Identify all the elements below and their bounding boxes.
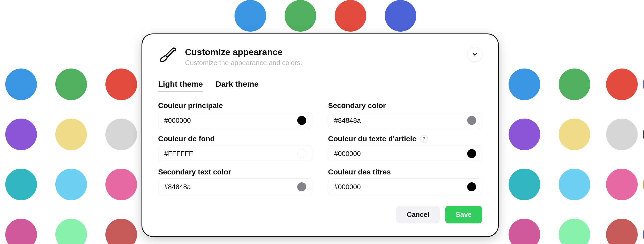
card-subtitle: Customize the appearance and colors.	[185, 59, 459, 67]
tab-dark-theme[interactable]: Dark theme	[216, 80, 258, 92]
background-dot	[559, 69, 590, 100]
color-input-background[interactable]: #FFFFFF	[158, 145, 312, 162]
background-dot	[55, 169, 87, 200]
background-dot	[5, 219, 37, 244]
background-dot	[5, 169, 37, 200]
background-dot	[55, 69, 87, 100]
color-swatch	[297, 182, 306, 191]
field-label: Couleur du texte d'article ?	[328, 135, 482, 143]
color-fields-grid: Couleur principale #000000 Secondary col…	[158, 101, 482, 195]
color-input-primary[interactable]: #000000	[158, 112, 312, 129]
color-swatch	[297, 149, 306, 158]
background-dot	[606, 69, 638, 100]
color-swatch	[467, 182, 476, 191]
background-dot	[105, 219, 137, 244]
background-dot	[235, 0, 266, 32]
color-input-secondary-text[interactable]: #84848a	[158, 178, 312, 195]
field-secondary-text-color: Secondary text color #84848a	[158, 168, 312, 195]
field-label: Secondary text color	[158, 168, 312, 176]
background-dot	[606, 169, 638, 200]
background-dot	[105, 69, 137, 100]
background-dot	[105, 169, 137, 200]
appearance-card: Customize appearance Customize the appea…	[142, 34, 498, 236]
color-swatch	[297, 116, 306, 125]
background-dot	[509, 69, 540, 100]
tab-light-theme[interactable]: Light theme	[158, 80, 203, 92]
color-input-article-text[interactable]: #000000	[328, 145, 482, 162]
background-dot	[509, 119, 540, 150]
color-input-titles[interactable]: #000000	[328, 178, 482, 195]
background-dot	[509, 169, 540, 200]
background-dot	[5, 119, 37, 150]
field-label: Couleur principale	[158, 101, 312, 110]
background-dot	[559, 219, 590, 244]
color-value: #FFFFFF	[164, 150, 193, 158]
field-secondary-color: Secondary color #84848a	[328, 101, 482, 129]
card-header: Customize appearance Customize the appea…	[158, 47, 482, 67]
field-label: Couleur des titres	[328, 168, 482, 176]
color-value: #84848a	[164, 183, 191, 191]
card-title: Customize appearance	[185, 47, 459, 57]
card-actions: Cancel Save	[158, 206, 482, 223]
background-dot	[105, 119, 137, 150]
chevron-down-icon	[471, 51, 478, 58]
color-value: #000000	[334, 150, 361, 158]
background-dot	[55, 119, 87, 150]
background-dot	[643, 169, 644, 200]
header-text: Customize appearance Customize the appea…	[185, 47, 459, 67]
theme-tabs: Light theme Dark theme	[158, 80, 482, 92]
color-input-secondary[interactable]: #84848a	[328, 112, 482, 129]
field-background-color: Couleur de fond #FFFFFF	[158, 135, 312, 162]
background-dot	[643, 119, 644, 150]
save-button[interactable]: Save	[445, 206, 482, 223]
field-label: Couleur de fond	[158, 135, 312, 143]
help-icon[interactable]: ?	[420, 135, 428, 143]
background-dot	[55, 219, 87, 244]
cancel-button[interactable]: Cancel	[396, 206, 440, 223]
field-article-text-color: Couleur du texte d'article ? #000000	[328, 135, 482, 162]
field-titles-color: Couleur des titres #000000	[328, 168, 482, 195]
color-swatch	[467, 116, 476, 125]
background-dot	[335, 0, 366, 32]
collapse-button[interactable]	[467, 47, 482, 62]
background-dot	[606, 119, 638, 150]
background-dot	[559, 119, 590, 150]
color-value: #000000	[334, 183, 361, 191]
background-dot	[559, 169, 590, 200]
background-dot	[5, 69, 37, 100]
background-dot	[509, 219, 540, 244]
field-primary-color: Couleur principale #000000	[158, 101, 312, 129]
background-dot	[385, 0, 416, 32]
background-dot	[643, 69, 644, 100]
field-label-text: Couleur du texte d'article	[328, 135, 416, 143]
brush-icon	[158, 47, 177, 65]
background-dot	[606, 219, 638, 244]
background-dot	[643, 219, 644, 244]
background-dot	[285, 0, 316, 32]
field-label: Secondary color	[328, 101, 482, 110]
color-swatch	[467, 149, 476, 158]
color-value: #84848a	[334, 116, 361, 125]
color-value: #000000	[164, 116, 191, 125]
